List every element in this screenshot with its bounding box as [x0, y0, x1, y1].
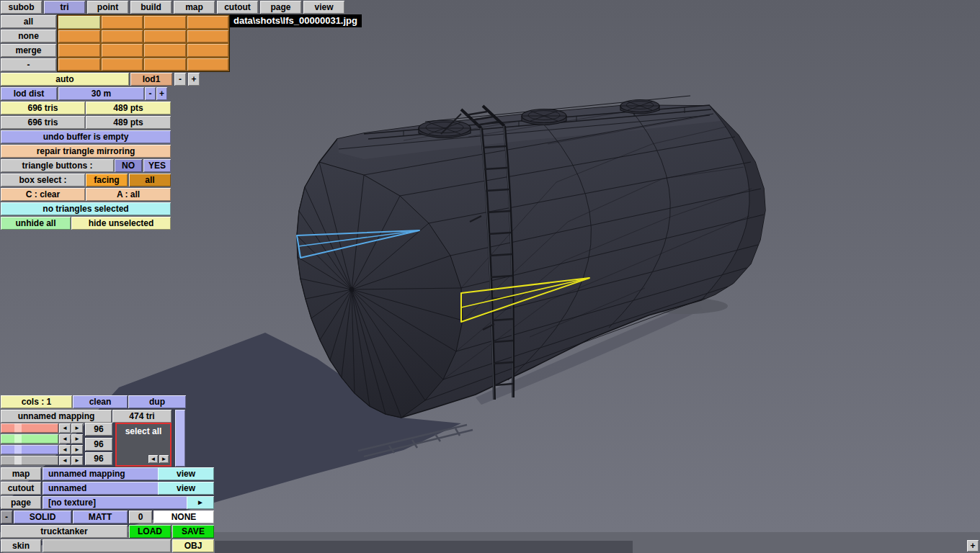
tab-map[interactable]: map [174, 1, 215, 14]
skin-label: skin [1, 539, 41, 552]
select-none-button[interactable]: none [1, 30, 56, 42]
solid-button[interactable]: SOLID [14, 511, 71, 523]
tab-tri[interactable]: tri [44, 1, 85, 14]
matt-button[interactable]: MATT [73, 511, 128, 523]
bottom-plus-button[interactable]: + [967, 540, 979, 552]
box-select-label: box select : [1, 174, 85, 186]
grid-cell[interactable] [144, 44, 186, 57]
gray-slider-left-button[interactable]: ◄ [59, 456, 71, 465]
cols-button[interactable]: cols : 1 [1, 395, 72, 408]
tab-cutout[interactable]: cutout [217, 1, 258, 14]
skin-field[interactable] [43, 539, 171, 552]
obj-button[interactable]: OBJ [172, 539, 214, 552]
mapping-scrollbar[interactable] [175, 410, 185, 467]
page-next-icon[interactable]: ► [187, 496, 214, 509]
clean-button[interactable]: clean [73, 395, 128, 408]
tab-point[interactable]: point [87, 1, 128, 14]
gray-slider[interactable] [1, 456, 58, 465]
tab-view[interactable]: view [303, 1, 344, 14]
undo-status[interactable]: undo buffer is empty [1, 130, 171, 143]
model-name[interactable]: trucktanker [1, 525, 128, 538]
lod-auto-button[interactable]: auto [1, 73, 129, 86]
blue-slider[interactable] [1, 445, 58, 454]
material-none[interactable]: NONE [153, 511, 214, 523]
lod-dist-label: lod dist [1, 87, 57, 100]
color-value-2[interactable]: 96 [85, 438, 112, 451]
map-view-button[interactable]: view [158, 467, 214, 480]
grid-cell[interactable] [58, 16, 100, 29]
lod-dist-value[interactable]: 30 m [58, 87, 144, 100]
unhide-all-button[interactable]: unhide all [1, 217, 71, 230]
lod-current-button[interactable]: lod1 [130, 73, 172, 86]
triangle-buttons-no[interactable]: NO [115, 159, 142, 172]
grid-cell[interactable] [102, 30, 143, 43]
lod-dist-increase-button[interactable]: + [156, 87, 167, 100]
color-value-3[interactable]: 96 [85, 452, 112, 465]
red-slider-right-button[interactable]: ► [71, 423, 83, 433]
map-label: map [1, 467, 41, 480]
manhole-3 [620, 100, 659, 114]
select-all-right-button[interactable]: ► [159, 455, 169, 463]
minus-row-button[interactable]: - [1, 58, 56, 71]
box-select-all[interactable]: all [129, 174, 171, 186]
blue-slider-left-button[interactable]: ◄ [59, 445, 71, 454]
box-select-facing[interactable]: facing [86, 174, 128, 186]
lod-dist-decrease-button[interactable]: - [145, 87, 156, 100]
lod-add-button[interactable]: + [188, 73, 200, 86]
tris-count: 696 tris [1, 102, 85, 114]
selection-status: no triangles selected [1, 202, 171, 215]
merge-button[interactable]: merge [1, 44, 56, 57]
grid-cell[interactable] [102, 58, 143, 71]
repair-mirroring-button[interactable]: repair triangle mirroring [1, 145, 171, 158]
cutout-view-button[interactable]: view [158, 482, 214, 495]
hide-unselected-button[interactable]: hide unselected [71, 217, 171, 230]
select-all-left-button[interactable]: ◄ [148, 455, 158, 463]
tab-page[interactable]: page [260, 1, 301, 14]
map-value[interactable]: unnamed mapping [43, 467, 162, 480]
green-slider-left-button[interactable]: ◄ [59, 434, 71, 444]
dup-button[interactable]: dup [128, 395, 186, 408]
gray-slider-right-button[interactable]: ► [71, 456, 83, 465]
blue-slider-right-button[interactable]: ► [71, 445, 83, 454]
page-value[interactable]: [no texture] [43, 496, 191, 509]
viewport-title: data\shots\lfs_00000031.jpg [229, 14, 362, 27]
grid-cell[interactable] [58, 30, 100, 43]
color-value-1[interactable]: 96 [85, 423, 112, 436]
select-all-label: select all [125, 426, 162, 436]
grid-cell[interactable] [102, 16, 143, 29]
red-slider-left-button[interactable]: ◄ [59, 423, 71, 433]
save-button[interactable]: SAVE [172, 525, 214, 538]
cutout-value[interactable]: unnamed [43, 482, 162, 495]
bottom-light-strip [633, 541, 980, 553]
grid-cell[interactable] [187, 44, 229, 57]
material-minus-button[interactable]: - [1, 511, 12, 523]
pts-count: 489 pts [86, 102, 171, 114]
grid-cell[interactable] [144, 16, 186, 29]
manhole-1 [419, 120, 471, 138]
triangle-buttons-yes[interactable]: YES [143, 159, 171, 172]
grid-cell[interactable] [58, 44, 100, 57]
grid-cell[interactable] [187, 58, 229, 71]
lod-remove-button[interactable]: - [174, 73, 186, 86]
cutout-label: cutout [1, 482, 41, 495]
material-count[interactable]: 0 [129, 511, 152, 523]
grid-cell[interactable] [102, 44, 143, 57]
select-all-subob-button[interactable]: all [1, 15, 56, 28]
tab-build[interactable]: build [130, 1, 172, 14]
triangle-buttons-label: triangle buttons : [1, 159, 114, 172]
red-slider[interactable] [1, 423, 58, 433]
select-all-tris-button[interactable]: A : all [86, 188, 171, 201]
grid-cell[interactable] [144, 30, 186, 43]
green-slider[interactable] [1, 434, 58, 444]
manhole-2 [522, 109, 566, 125]
green-slider-right-button[interactable]: ► [71, 434, 83, 444]
clear-button[interactable]: C : clear [1, 188, 85, 201]
grid-cell[interactable] [187, 16, 229, 29]
load-button[interactable]: LOAD [129, 525, 171, 538]
tris-count-total: 696 tris [1, 116, 85, 129]
grid-cell[interactable] [187, 30, 229, 43]
grid-cell[interactable] [144, 58, 186, 71]
tab-subob[interactable]: subob [1, 1, 42, 14]
mapping-name[interactable]: unnamed mapping [1, 410, 112, 423]
grid-cell[interactable] [58, 58, 100, 71]
